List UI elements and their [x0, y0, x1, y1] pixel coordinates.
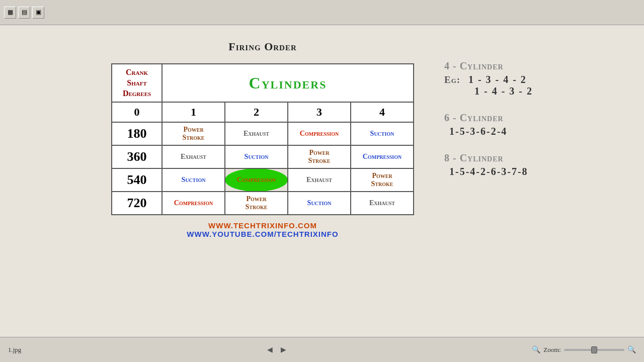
cyl-4-num: 4 — [379, 106, 385, 118]
cell-540-4: PowerStroke — [351, 168, 414, 192]
col-cyl-2: 2 — [225, 102, 288, 122]
header-row: CrankShaftDegrees Cylinders — [112, 64, 414, 102]
prev-arrow[interactable]: ◀ — [265, 344, 275, 355]
page-title: Firing Order — [228, 40, 297, 53]
toolbar-btn-2[interactable]: ▤ — [18, 7, 30, 19]
cell-720-3: Suction — [288, 192, 351, 215]
cell-720-2: PowerStroke — [225, 192, 288, 215]
cylinder-info: 4 - Cylinder Eg: 1 - 3 - 4 - 2 1 - 4 - 3… — [444, 60, 533, 177]
four-cyl-eg-label: Eg: — [444, 74, 463, 85]
firing-table: CrankShaftDegrees Cylinders 0 1 2 3 4 18… — [111, 63, 414, 215]
cell-360-1: Exhaust — [162, 145, 225, 168]
six-cyl-title: 6 - Cylinder — [444, 112, 533, 124]
cell-540-3: Exhaust — [288, 168, 351, 192]
content-wrapper: Firing Order CrankShaftDegrees Cylinders… — [111, 40, 533, 238]
deg-180-val: 180 — [127, 126, 147, 141]
status-nav: ◀ ▶ — [265, 344, 288, 355]
cell-180-4: Suction — [351, 122, 414, 145]
zoom-out-icon[interactable]: 🔍 — [532, 345, 540, 354]
deg-180: 180 — [112, 122, 162, 145]
statusbar: 1.jpg ◀ ▶ 🔍 Zoom: 🔍 — [0, 337, 644, 362]
toolbar-btn-1[interactable]: ▦ — [4, 7, 16, 19]
header-cylinders-cell: Cylinders — [162, 64, 414, 102]
main-area: Firing Order CrankShaftDegrees Cylinders… — [0, 25, 644, 337]
cell-360-4: Compression — [351, 145, 414, 168]
cell-540-1: Suction — [162, 168, 225, 192]
four-cyl-title: 4 - Cylinder — [444, 60, 533, 72]
diagram-section: Firing Order CrankShaftDegrees Cylinders… — [111, 40, 414, 238]
cyl-2-num: 2 — [254, 106, 259, 118]
four-cyl-order-1: 1 - 3 - 4 - 2 — [468, 74, 527, 85]
eight-cyl-order: 1-5-4-2-6-3-7-8 — [449, 166, 533, 177]
toolbar-btn-3[interactable]: ▣ — [32, 7, 44, 19]
cell-180-2: Exhaust — [225, 122, 288, 145]
header-crank-text: CrankShaftDegrees — [123, 68, 151, 98]
row-180: 180 PowerStroke Exhaust Compression Suct… — [112, 122, 414, 145]
deg-720-val: 720 — [127, 196, 147, 210]
toolbar-icon-3: ▣ — [36, 9, 41, 16]
zoom-section: 🔍 Zoom: 🔍 — [532, 345, 636, 354]
cell-180-1: PowerStroke — [162, 122, 225, 145]
cell-360-3: PowerStroke — [288, 145, 351, 168]
deg-540-val: 540 — [127, 172, 147, 187]
website-link-2: WWW.YOUTUBE.COM/TECHTRIXINFO — [187, 230, 338, 238]
deg-540: 540 — [112, 168, 162, 192]
zoom-label: Zoom: — [543, 346, 561, 354]
four-cyl-order-2: 1 - 4 - 3 - 2 — [474, 85, 533, 97]
deg-360: 360 — [112, 145, 162, 168]
six-cyl-order: 1-5-3-6-2-4 — [449, 126, 533, 137]
zoom-thumb[interactable] — [591, 346, 597, 353]
col-num-row: 0 1 2 3 4 — [112, 102, 414, 122]
toolbar: ▦ ▤ ▣ — [0, 0, 644, 25]
col-cyl-1: 1 — [162, 102, 225, 122]
cell-720-1: Compression — [162, 192, 225, 215]
header-crank-cell: CrankShaftDegrees — [112, 64, 162, 102]
degree-0-val: 0 — [134, 106, 140, 118]
row-360: 360 Exhaust Suction PowerStroke Compress… — [112, 145, 414, 168]
cell-360-2: Suction — [225, 145, 288, 168]
eight-cyl-title: 8 - Cylinder — [444, 152, 533, 164]
cell-540-2-highlighted: Compression — [225, 168, 288, 192]
eight-cyl-section: 8 - Cylinder 1-5-4-2-6-3-7-8 — [444, 152, 533, 177]
six-cyl-section: 6 - Cylinder 1-5-3-6-2-4 — [444, 112, 533, 137]
cell-720-4: Exhaust — [351, 192, 414, 215]
next-arrow[interactable]: ▶ — [279, 344, 288, 355]
cyl-3-num: 3 — [316, 106, 322, 118]
zoom-in-icon[interactable]: 🔍 — [627, 345, 636, 354]
row-720: 720 Compression PowerStroke Suction Exha… — [112, 192, 414, 215]
website-links: WWW.TECHTRIXINFO.COM WWW.YOUTUBE.COM/TEC… — [187, 221, 338, 238]
col-cyl-3: 3 — [288, 102, 351, 122]
cyl-1-num: 1 — [191, 106, 196, 118]
deg-360-val: 360 — [127, 149, 147, 164]
col-degree-0: 0 — [112, 102, 162, 122]
header-cylinders-text: Cylinders — [249, 74, 327, 92]
status-filename: 1.jpg — [8, 346, 21, 354]
col-cyl-4: 4 — [351, 102, 414, 122]
toolbar-icon-1: ▦ — [8, 9, 13, 16]
deg-720: 720 — [112, 192, 162, 215]
four-cyl-section: 4 - Cylinder Eg: 1 - 3 - 4 - 2 1 - 4 - 3… — [444, 60, 533, 97]
toolbar-icon-2: ▤ — [22, 9, 27, 16]
cell-180-3: Compression — [288, 122, 351, 145]
website-link-1: WWW.TECHTRIXINFO.COM — [187, 221, 338, 230]
row-540: 540 Suction Compression Exhaust PowerStr… — [112, 168, 414, 192]
zoom-slider[interactable] — [564, 349, 624, 351]
